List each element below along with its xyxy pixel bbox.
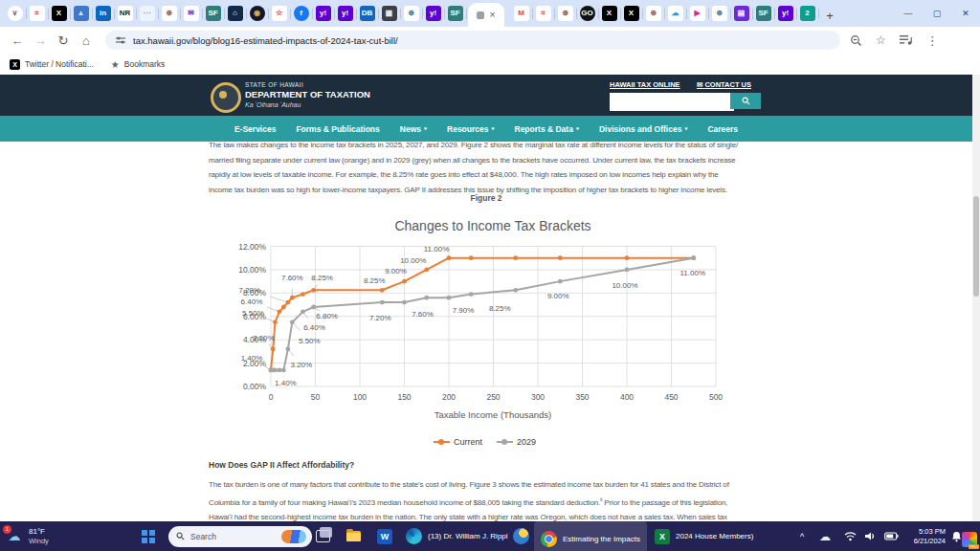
pinned-tab[interactable]: ☆: [268, 0, 290, 27]
pinned-tab-favicon: ▲: [74, 6, 89, 21]
nav-item-resources[interactable]: Resources▾: [447, 124, 494, 134]
photos-app-button[interactable]: [962, 524, 977, 551]
pinned-tab-favicon: X: [602, 6, 617, 21]
pinned-tab[interactable]: ⌂: [224, 0, 246, 27]
pinned-tabs-before: ∨≈X▲inNR⋯⊕✉SF⌂◉☆fy!y!DB▦⊕y!SF: [0, 0, 466, 27]
clock-widget[interactable]: 5:03 PM 6/21/2024: [905, 521, 946, 551]
notification-bell[interactable]: [951, 521, 962, 551]
bookmark-item-twitter[interactable]: X Twitter / Notificati...: [10, 59, 94, 70]
start-button[interactable]: [142, 521, 155, 551]
url-text[interactable]: tax.hawaii.gov/blog/blog16-estimated-imp…: [133, 35, 398, 46]
contact-us-link[interactable]: ✉ CONTACT US: [697, 80, 751, 89]
pinned-tab[interactable]: ▶: [686, 0, 708, 27]
pinned-tab[interactable]: ▦: [378, 0, 400, 27]
zoom-indicator-icon[interactable]: [850, 34, 862, 47]
tab-close-icon[interactable]: ×: [489, 10, 495, 20]
browser-menu-icon[interactable]: ⋮: [926, 33, 939, 48]
site-settings-icon[interactable]: [115, 34, 126, 46]
nav-item-forms-publications[interactable]: Forms & Publications: [296, 124, 379, 134]
address-bar[interactable]: tax.hawaii.gov/blog/blog16-estimated-imp…: [105, 31, 840, 50]
close-button[interactable]: ✕: [951, 9, 980, 18]
pinned-tab-favicon: f: [294, 6, 309, 21]
svg-text:450: 450: [664, 392, 678, 402]
pinned-tab[interactable]: 2: [796, 0, 818, 27]
wifi-icon: [844, 531, 857, 541]
nav-item-news[interactable]: News▾: [400, 124, 427, 134]
profile-app-button[interactable]: [513, 521, 529, 551]
pinned-tab[interactable]: ▲: [70, 0, 92, 27]
pinned-tab[interactable]: SF: [202, 0, 224, 27]
pinned-tab[interactable]: M: [510, 0, 532, 27]
pinned-tab[interactable]: in: [92, 0, 114, 27]
svg-text:7.20%: 7.20%: [239, 286, 261, 295]
pinned-tab[interactable]: X: [48, 0, 70, 27]
nav-item-divisions-and-offices[interactable]: Divisions and Offices▾: [599, 124, 687, 134]
pinned-tab[interactable]: GO: [576, 0, 598, 27]
pinned-tab[interactable]: ≈: [26, 0, 48, 27]
minimize-button[interactable]: —: [894, 9, 923, 18]
pinned-tab[interactable]: y!: [312, 0, 334, 27]
maximize-button[interactable]: ▢: [923, 9, 951, 18]
nav-item-reports-data[interactable]: Reports & Data▾: [515, 124, 579, 134]
nav-item-careers[interactable]: Careers: [707, 124, 738, 134]
word-button[interactable]: W: [377, 521, 392, 551]
weather-widget[interactable]: ☁1 81°F Windy: [6, 521, 49, 551]
site-search-button[interactable]: [730, 93, 761, 109]
tray-chevron[interactable]: ^: [800, 521, 804, 551]
task-view-button[interactable]: [316, 521, 330, 551]
pinned-tab[interactable]: X: [620, 0, 642, 27]
volume-tray-icon[interactable]: [864, 521, 876, 551]
pinned-tab[interactable]: SF: [444, 0, 466, 27]
pinned-tab[interactable]: ☁: [664, 0, 686, 27]
pinned-tab-favicon: in: [96, 6, 111, 21]
pinned-tab-favicon: y!: [338, 6, 353, 21]
svg-text:7.60%: 7.60%: [281, 274, 303, 282]
section-heading: How Does GAP II Affect Affordability?: [209, 460, 354, 470]
pinned-tab[interactable]: ⋯: [136, 0, 158, 27]
pinned-tab[interactable]: ⊕: [400, 0, 422, 27]
taskbar-search[interactable]: Search: [168, 521, 312, 551]
pinned-tab[interactable]: ⊕: [642, 0, 664, 27]
weather-temp: 81°F: [29, 527, 49, 537]
bookmark-folder[interactable]: ★ Bookmarks: [111, 59, 165, 70]
pinned-tab[interactable]: SF: [752, 0, 774, 27]
file-explorer-button[interactable]: [346, 521, 361, 551]
home-button[interactable]: ⌂: [75, 33, 98, 48]
pinned-tab[interactable]: y!: [422, 0, 444, 27]
pinned-tab[interactable]: X: [598, 0, 620, 27]
pinned-tab[interactable]: ⊕: [158, 0, 180, 27]
new-tab-button[interactable]: +: [818, 4, 841, 27]
svg-text:200: 200: [442, 392, 456, 402]
forward-button[interactable]: →: [29, 33, 52, 48]
pinned-tab[interactable]: NR: [114, 0, 136, 27]
wifi-tray-icon[interactable]: [844, 521, 857, 551]
pinned-tab[interactable]: ▤: [730, 0, 752, 27]
edge-window-button[interactable]: (13) Dr. William J. Rippl: [406, 521, 508, 551]
pinned-tab[interactable]: f: [290, 0, 312, 27]
pinned-tab[interactable]: ∨: [4, 0, 26, 27]
chrome-window-button[interactable]: Estimating the Impacts: [534, 521, 647, 551]
bookmark-star-icon[interactable]: ☆: [876, 33, 886, 47]
nav-item-e-services[interactable]: E-Services: [234, 124, 276, 134]
scrollbar-thumb[interactable]: [973, 196, 979, 297]
active-tab[interactable]: ×: [468, 3, 504, 27]
pinned-tab[interactable]: y!: [334, 0, 356, 27]
pinned-tab[interactable]: ⊕: [708, 0, 730, 27]
site-search-input[interactable]: [610, 93, 734, 111]
toolbar-right-icons: ☆ ⋮: [850, 33, 939, 48]
media-playlist-icon[interactable]: [900, 34, 913, 46]
battery-tray-icon[interactable]: [884, 521, 899, 551]
pinned-tab[interactable]: ≈: [532, 0, 554, 27]
pinned-tab[interactable]: ⊕: [554, 0, 576, 27]
hawaii-tax-online-link[interactable]: HAWAII TAX ONLINE: [610, 80, 680, 89]
page-scrollbar[interactable]: [972, 75, 980, 521]
pinned-tab[interactable]: ◉: [246, 0, 268, 27]
pinned-tab[interactable]: DB: [356, 0, 378, 27]
paragraph-line: The tax burden is one of many factors th…: [209, 477, 773, 493]
excel-window-button[interactable]: X 2024 House Members): [655, 521, 753, 551]
pinned-tab[interactable]: ✉: [180, 0, 202, 27]
back-button[interactable]: ←: [6, 33, 29, 48]
onedrive-tray-icon[interactable]: ☁: [819, 521, 831, 551]
reload-button[interactable]: ↻: [52, 33, 75, 48]
pinned-tab[interactable]: y!: [774, 0, 796, 27]
